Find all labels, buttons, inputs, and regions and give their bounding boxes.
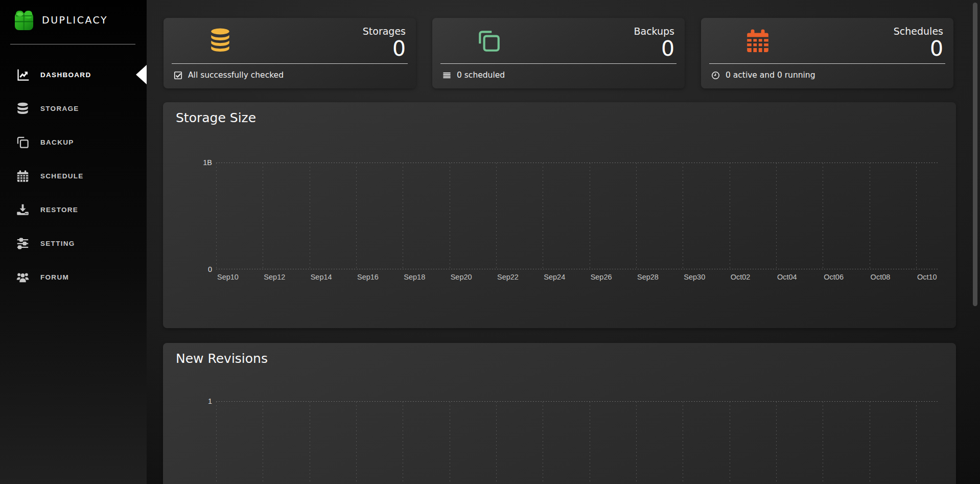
gridline [916, 163, 917, 269]
gridline [776, 402, 777, 484]
card-value: 0 [930, 38, 943, 59]
sidebar-item-schedule[interactable]: SCHEDULE [0, 159, 147, 193]
gridline [730, 163, 730, 269]
sidebar-item-label: SETTING [40, 240, 75, 247]
main-content: Storages 0 All successfully checked Back… [147, 0, 980, 484]
sidebar-nav: DASHBOARD STORAGE BACKUP [0, 58, 147, 294]
sliders-icon [16, 237, 30, 250]
card-divider [172, 63, 408, 64]
sidebar-item-label: SCHEDULE [40, 172, 84, 180]
gridline [636, 402, 637, 484]
chart-line-icon [16, 68, 30, 82]
green-cube-logo-icon [13, 8, 35, 32]
gridline [450, 402, 450, 484]
gridline [776, 163, 777, 269]
card-footer-text: 0 scheduled [457, 71, 505, 80]
gridline [310, 402, 310, 484]
x-tick-label: Sep10 [217, 273, 239, 281]
sidebar-item-backup[interactable]: BACKUP [0, 125, 147, 159]
sidebar-item-setting[interactable]: SETTING [0, 226, 147, 260]
gridline [496, 163, 497, 269]
clock-icon [711, 71, 720, 80]
x-tick-label: Sep28 [637, 273, 659, 281]
gridline [263, 402, 263, 484]
calendar-icon [16, 169, 30, 183]
storage-size-panel: Storage Size 1B 0 Sep10Sep12Sep14Sep16Se… [163, 102, 956, 328]
gridline [683, 402, 683, 484]
list-icon [442, 71, 451, 80]
x-tick-label: Sep16 [357, 273, 379, 281]
sidebar-item-storage[interactable]: STORAGE [0, 91, 147, 125]
gridline [356, 163, 357, 269]
sidebar-item-label: BACKUP [40, 139, 74, 146]
gridline [216, 402, 217, 484]
x-tick-label: Sep18 [404, 273, 425, 281]
gridline [590, 402, 590, 484]
panel-title: Storage Size [176, 110, 256, 125]
x-tick-label: Sep22 [497, 273, 519, 281]
gridline [216, 269, 939, 269]
users-icon [16, 270, 30, 284]
card-divider [440, 63, 676, 64]
gridline [916, 402, 917, 484]
card-label: Backups [634, 26, 674, 37]
sidebar-item-label: RESTORE [40, 206, 78, 214]
card-footer-text: All successfully checked [188, 71, 284, 80]
gridline [543, 402, 543, 484]
gridline [870, 402, 870, 484]
gridline [730, 402, 730, 484]
gridline [496, 402, 497, 484]
sidebar-item-label: FORUM [40, 273, 69, 281]
gridline [450, 163, 450, 269]
gridline [216, 163, 939, 163]
x-tick-label: Sep12 [264, 273, 285, 281]
sidebar-divider [10, 44, 135, 44]
y-axis-label: 0 [194, 265, 212, 273]
gridline [216, 163, 217, 269]
calendar-icon [745, 28, 771, 54]
x-tick-label: Sep26 [591, 273, 612, 281]
gridline [216, 401, 939, 402]
gridline [823, 163, 823, 269]
card-value: 0 [661, 38, 674, 59]
gridline [263, 163, 263, 269]
card-divider [709, 63, 945, 64]
app-logo: DUPLICACY [13, 8, 108, 32]
check-square-icon [174, 71, 182, 80]
database-icon [16, 102, 30, 116]
backups-card[interactable]: Backups 0 0 scheduled [432, 18, 685, 88]
x-tick-label: Oct02 [731, 273, 751, 281]
card-footer-text: 0 active and 0 running [726, 71, 815, 80]
x-tick-label: Oct06 [824, 273, 844, 281]
new-revisions-panel: New Revisions 1 [163, 343, 956, 484]
storages-card[interactable]: Storages 0 All successfully checked [164, 18, 416, 88]
sidebar-item-label: STORAGE [40, 105, 79, 112]
gridline [403, 163, 403, 269]
gridline [823, 402, 823, 484]
storage-size-chart: 1B 0 Sep10Sep12Sep14Sep16Sep18Sep20Sep22… [216, 163, 939, 269]
sidebar-item-label: DASHBOARD [40, 71, 91, 79]
x-tick-label: Sep14 [311, 273, 332, 281]
x-tick-label: Oct08 [871, 273, 891, 281]
card-value: 0 [392, 38, 406, 59]
sidebar-item-forum[interactable]: FORUM [0, 260, 147, 294]
gridline [403, 402, 403, 484]
x-tick-label: Sep30 [684, 273, 705, 281]
card-label: Schedules [894, 26, 943, 37]
gridline [870, 163, 870, 269]
gridline [310, 163, 310, 269]
gridline [636, 163, 637, 269]
sidebar-item-restore[interactable]: RESTORE [0, 193, 147, 226]
copy-icon [476, 28, 502, 54]
x-tick-label: Oct04 [777, 273, 797, 281]
gridline [683, 163, 683, 269]
card-label: Storages [363, 26, 406, 37]
schedules-card[interactable]: Schedules 0 0 active and 0 running [701, 18, 953, 88]
sidebar: DUPLICACY DASHBOARD STORAG [0, 0, 147, 484]
gridline [356, 402, 357, 484]
sidebar-item-dashboard[interactable]: DASHBOARD [0, 58, 147, 91]
x-tick-label: Sep20 [451, 273, 472, 281]
vertical-scrollbar-thumb[interactable] [973, 3, 977, 306]
active-item-arrow-icon [136, 65, 147, 84]
download-icon [16, 203, 30, 217]
